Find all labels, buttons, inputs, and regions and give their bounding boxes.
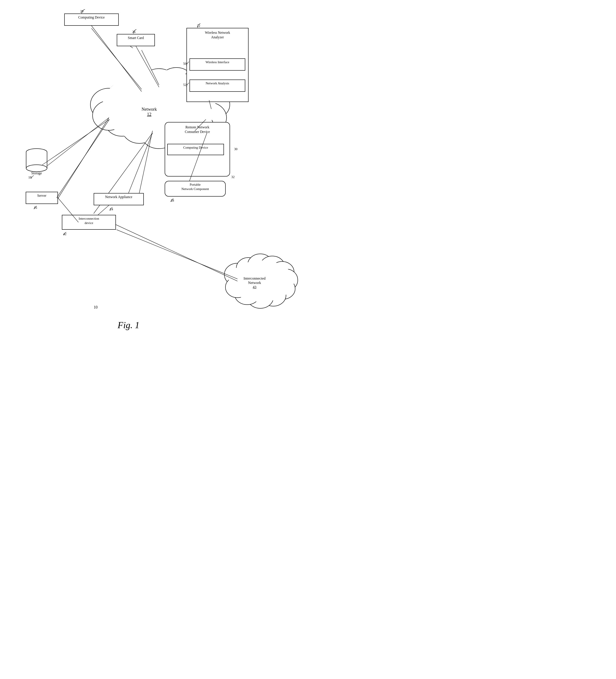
svg-line-52 (116, 230, 237, 279)
number-arrow-20 (77, 8, 86, 15)
svg-point-1 (108, 82, 140, 110)
network-appliance-box: Network Appliance (94, 193, 144, 205)
svg-point-21 (275, 269, 298, 291)
svg-point-19 (260, 256, 285, 278)
na-label: Network Analysis (206, 82, 229, 85)
na-box-label: Network Appliance (105, 195, 132, 199)
svg-point-0 (91, 88, 128, 121)
svg-point-12 (122, 114, 157, 143)
svg-line-36 (115, 224, 237, 281)
portable-network-component-box: PortableNetwork Component (165, 181, 226, 197)
svg-point-22 (271, 278, 295, 299)
wireless-interface-box: Wireless Interface (190, 58, 245, 71)
network-analysis-box: Network Analysis (190, 79, 245, 92)
number-arrow-26 (130, 28, 139, 34)
figure-label: Fig. 1 (117, 320, 139, 330)
wna-label: Wireless Network Analyzer (205, 31, 230, 39)
computing-device-box: Computing Device (64, 13, 119, 26)
computing-device-inner-box: Computing Device (167, 144, 224, 155)
number-arrow-16 (32, 205, 40, 209)
number-arrow-50 (185, 61, 191, 67)
in-label-text: InterconnectedNetwork (243, 276, 266, 285)
svg-point-24 (247, 287, 273, 308)
network-label: Network 12 (142, 107, 157, 117)
svg-point-18 (248, 254, 273, 276)
pnc-label: PortableNetwork Component (181, 183, 209, 191)
svg-line-33 (137, 131, 152, 203)
number-arrow-24 (108, 206, 116, 211)
smart-card-label: Smart Card (128, 36, 144, 40)
interconnected-network-label: InterconnectedNetwork 43 (243, 276, 266, 289)
number-arrow-22 (194, 23, 203, 29)
svg-point-3 (140, 69, 177, 101)
svg-line-45 (42, 120, 109, 165)
svg-line-29 (142, 50, 159, 85)
svg-point-2 (124, 74, 159, 105)
id-label: Interconnectiondevice (79, 217, 99, 225)
server-box: Server (26, 192, 58, 204)
svg-line-43 (136, 46, 159, 87)
storage-cylinder: Storage (26, 148, 47, 175)
number-arrow-18 (29, 174, 37, 179)
svg-line-32 (57, 118, 109, 200)
svg-point-14 (93, 101, 125, 130)
interconnection-device-box: Interconnectiondevice (62, 215, 116, 230)
diagram: Computing Device 20 Smart Card 26 Wirele… (0, 0, 308, 340)
server-label: Server (37, 194, 46, 197)
rncd-number: 32 (231, 175, 235, 179)
svg-line-46 (57, 120, 109, 198)
number-arrow-52 (185, 82, 191, 88)
system-number: 10 (94, 305, 98, 310)
number-arrow-42 (62, 231, 69, 236)
svg-point-13 (105, 108, 139, 136)
number-arrow-28 (169, 197, 177, 202)
svg-line-48 (129, 133, 152, 193)
cd-inner-label: Computing Device (183, 146, 208, 149)
svg-point-20 (270, 261, 294, 282)
wi-label: Wireless Interface (206, 60, 229, 64)
rncd-label: Remote NetworkConsumer Device (185, 125, 210, 134)
smart-card-box: Smart Card (117, 34, 155, 46)
svg-line-49 (98, 205, 109, 215)
svg-line-31 (47, 118, 109, 166)
svg-point-17 (236, 258, 260, 279)
svg-point-41 (26, 165, 47, 172)
computing-device-label: Computing Device (78, 15, 105, 19)
storage-icon (26, 148, 47, 172)
cd-inner-number: 30 (234, 147, 237, 151)
